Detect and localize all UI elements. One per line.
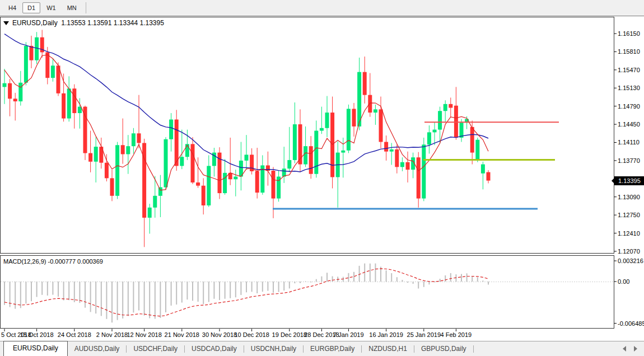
timeframe-mn-button[interactable]: MN	[62, 2, 82, 13]
toolbar-separator	[86, 2, 86, 13]
trading-terminal-window: { "toolbar": { "buttons": [ { "label": "…	[0, 0, 644, 356]
macd-pane-border	[1, 256, 614, 329]
macd-histogram	[4, 264, 488, 323]
tab-eurusd-daily[interactable]: EURUSD,Daily	[3, 341, 68, 356]
timeframe-w1-button[interactable]: W1	[41, 2, 61, 13]
tab-usdcnh-daily[interactable]: USDCNH,Daily	[244, 343, 303, 355]
price-chart-canvas[interactable]	[0, 0, 644, 356]
price-pane-border	[1, 17, 614, 254]
scroll-tabs-right-icon[interactable]	[634, 346, 637, 352]
scroll-tabs-left-icon[interactable]	[623, 346, 626, 352]
tab-nzdusd-h1[interactable]: NZDUSD,H1	[362, 343, 414, 355]
chart-tabs-bar: EURUSD,Daily AUDUSD,Daily USDCHF,Daily U…	[0, 341, 644, 356]
timeframe-toolbar: H4 D1 W1 MN	[0, 0, 644, 16]
timeframe-d1-button[interactable]: D1	[22, 2, 40, 13]
candles-layer	[3, 30, 491, 247]
current-price-tag: 1.13395	[614, 176, 644, 185]
tab-separator	[473, 345, 474, 353]
tab-usdcad-daily[interactable]: USDCAD,Daily	[185, 343, 244, 355]
tab-usdchf-daily[interactable]: USDCHF,Daily	[127, 343, 184, 355]
timeframe-h4-button[interactable]: H4	[3, 2, 21, 13]
tab-gbpusd-daily[interactable]: GBPUSD,Daily	[414, 343, 473, 355]
macd-signal-line	[4, 269, 488, 316]
tab-audusd-daily[interactable]: AUDUSD,Daily	[68, 343, 127, 355]
tab-eurgbp-daily[interactable]: EURGBP,Daily	[304, 343, 361, 355]
fast-ma-line	[4, 55, 488, 190]
